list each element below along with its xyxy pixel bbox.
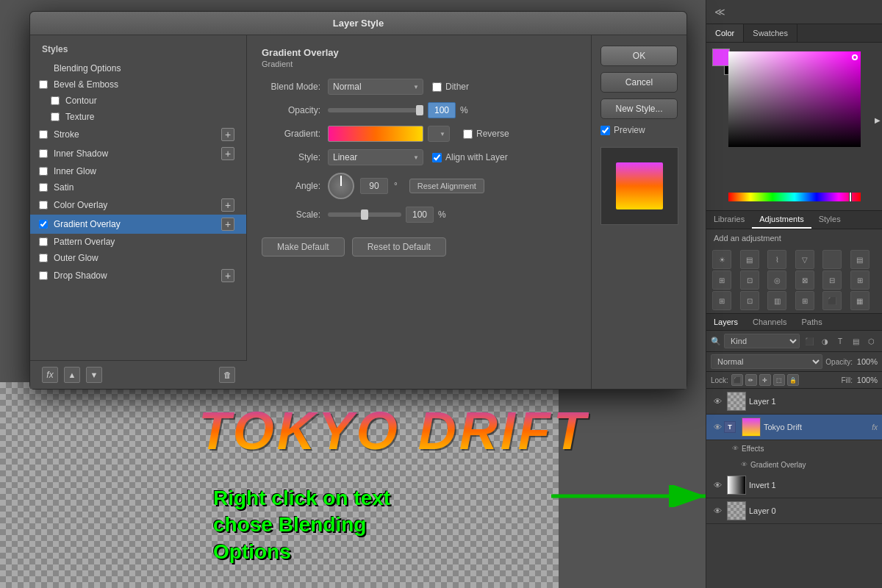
gradient-dropdown[interactable] [428, 126, 450, 142]
threshold-icon[interactable]: ⊡ [740, 291, 759, 310]
lock-all-icon[interactable]: 🔒 [787, 374, 799, 386]
satin-checkbox[interactable] [39, 183, 48, 192]
filter-type-icon[interactable]: T [833, 334, 847, 348]
gradient-overlay-checkbox[interactable] [39, 220, 48, 229]
stroke-checkbox[interactable] [39, 130, 48, 139]
lock-move-icon[interactable]: ✛ [759, 374, 771, 386]
effects-visibility[interactable]: 👁 [728, 442, 742, 455]
angle-dial[interactable] [328, 173, 354, 199]
delete-btn[interactable]: 🗑 [219, 367, 235, 383]
bw-icon[interactable]: ⊡ [740, 270, 759, 290]
cancel-button[interactable]: Cancel [600, 72, 678, 93]
selective-color-icon[interactable]: ⊞ [795, 291, 814, 310]
preview-checkbox[interactable] [600, 126, 610, 135]
move-down-btn[interactable]: ▼ [86, 367, 102, 383]
layers-kind-select[interactable]: Kind [724, 334, 800, 348]
photo-filter-icon[interactable]: ◎ [767, 270, 786, 290]
color-tab[interactable]: Color [706, 24, 744, 42]
inner-glow-checkbox[interactable] [39, 167, 48, 176]
gradient-preview-bar[interactable] [328, 126, 423, 142]
hue-slider[interactable] [728, 193, 861, 201]
blend-mode-select[interactable]: Normal [328, 79, 423, 95]
effects-sub-item[interactable]: 👁 Effects [706, 440, 882, 456]
exposure-icon[interactable]: ▽ [795, 250, 814, 269]
channels-tab[interactable]: Channels [745, 314, 794, 330]
pattern-overlay-checkbox[interactable] [39, 237, 48, 246]
tokyo-drift-layer-item[interactable]: 👁 T Tokyo Drift fx [706, 415, 882, 440]
scale-input[interactable] [406, 207, 434, 223]
hsl-icon[interactable]: ▤ [850, 250, 870, 269]
opacity-slider-thumb[interactable] [416, 105, 423, 115]
dither-checkbox[interactable] [432, 82, 442, 92]
styles-tab[interactable]: Styles [811, 211, 848, 229]
filter-pixel-icon[interactable]: ⬛ [803, 334, 816, 348]
texture-checkbox[interactable] [51, 112, 60, 121]
outer-glow-item[interactable]: Outer Glow [30, 250, 246, 266]
align-layer-checkbox[interactable] [432, 153, 442, 162]
make-default-btn[interactable]: Make Default [262, 237, 345, 257]
dither-checkbox-label[interactable]: Dither [432, 82, 469, 92]
gradient-overlay-visibility[interactable]: 👁 [737, 458, 750, 471]
tokyo-drift-visibility[interactable]: 👁 [711, 420, 724, 434]
reverse-checkbox-label[interactable]: Reverse [463, 129, 509, 139]
layer-1-visibility[interactable]: 👁 [711, 395, 724, 408]
ok-button[interactable]: OK [600, 46, 678, 66]
gradient-fill-icon[interactable]: ▦ [850, 291, 870, 310]
filter-shape-icon[interactable]: ▤ [849, 334, 862, 348]
gradient-overlay-item[interactable]: Gradient Overlay + [30, 215, 246, 234]
color-overlay-item[interactable]: Color Overlay + [30, 196, 246, 215]
angle-input[interactable] [360, 178, 388, 194]
filter-smart-icon[interactable]: ⬡ [864, 334, 878, 348]
layer-blend-select[interactable]: Normal [711, 354, 822, 369]
fg-swatch[interactable] [712, 49, 730, 66]
gradient-map-icon[interactable]: ▥ [767, 291, 786, 310]
inner-shadow-item[interactable]: Inner Shadow + [30, 144, 246, 163]
stroke-item[interactable]: Stroke + [30, 125, 246, 144]
color-balance-icon[interactable]: ⊞ [712, 270, 731, 290]
align-layer-checkbox-label[interactable]: Align with Layer [432, 152, 508, 162]
drop-shadow-item[interactable]: Drop Shadow + [30, 266, 246, 285]
adjustments-tab[interactable]: Adjustments [752, 211, 811, 229]
outer-glow-checkbox[interactable] [39, 254, 48, 262]
lock-transparent-icon[interactable]: ⬛ [731, 374, 743, 386]
drop-shadow-add-btn[interactable]: + [221, 269, 234, 282]
layer-0-item[interactable]: 👁 Layer 0 [706, 498, 882, 524]
inner-shadow-add-btn[interactable]: + [221, 147, 234, 160]
scale-slider-thumb[interactable] [361, 209, 368, 220]
opacity-value-layers[interactable]: 100% [856, 357, 878, 366]
reverse-checkbox[interactable] [463, 129, 473, 139]
expand-icon[interactable]: ≪ [709, 1, 730, 22]
contour-checkbox[interactable] [51, 96, 60, 105]
brightness-contrast-icon[interactable]: ☀ [712, 250, 731, 269]
blending-options-item[interactable]: Blending Options [30, 60, 246, 76]
layer-1-item[interactable]: 👁 Layer 1 [706, 389, 882, 415]
gradient-overlay-sub-item[interactable]: 👁 Gradient Overlay [706, 456, 882, 473]
levels-icon[interactable]: ▤ [740, 250, 759, 269]
bevel-emboss-checkbox[interactable] [39, 80, 48, 89]
lock-artboard-icon[interactable]: ⬚ [773, 374, 785, 386]
layer-0-visibility[interactable]: 👁 [711, 504, 724, 517]
invert-icon[interactable]: ⊞ [850, 270, 870, 290]
satin-item[interactable]: Satin [30, 179, 246, 196]
lock-paint-icon[interactable]: ✏ [745, 374, 757, 386]
inner-shadow-checkbox[interactable] [39, 149, 48, 158]
curves-icon[interactable]: ⌇ [767, 250, 786, 269]
contour-item[interactable]: Contour [30, 93, 246, 109]
paths-tab[interactable]: Paths [795, 314, 830, 330]
gradient-overlay-add-btn[interactable]: + [221, 218, 234, 231]
scale-slider-track[interactable] [328, 212, 401, 217]
texture-item[interactable]: Texture [30, 109, 246, 125]
move-up-btn[interactable]: ▲ [64, 367, 80, 383]
color-overlay-add-btn[interactable]: + [221, 198, 234, 212]
reset-alignment-btn[interactable]: Reset Alignment [409, 179, 484, 193]
drop-shadow-checkbox[interactable] [39, 271, 48, 280]
color-overlay-checkbox[interactable] [39, 201, 48, 209]
channel-mixer-icon[interactable]: ⊠ [795, 270, 814, 290]
inner-glow-item[interactable]: Inner Glow [30, 163, 246, 179]
pattern-overlay-item[interactable]: Pattern Overlay [30, 234, 246, 250]
opacity-input[interactable] [428, 102, 456, 118]
reset-to-default-btn[interactable]: Reset to Default [352, 237, 446, 257]
fx-btn[interactable]: fx [42, 367, 58, 383]
invert-1-item[interactable]: 👁 Invert 1 [706, 473, 882, 498]
solid-color-icon[interactable]: ⬛ [822, 291, 842, 310]
